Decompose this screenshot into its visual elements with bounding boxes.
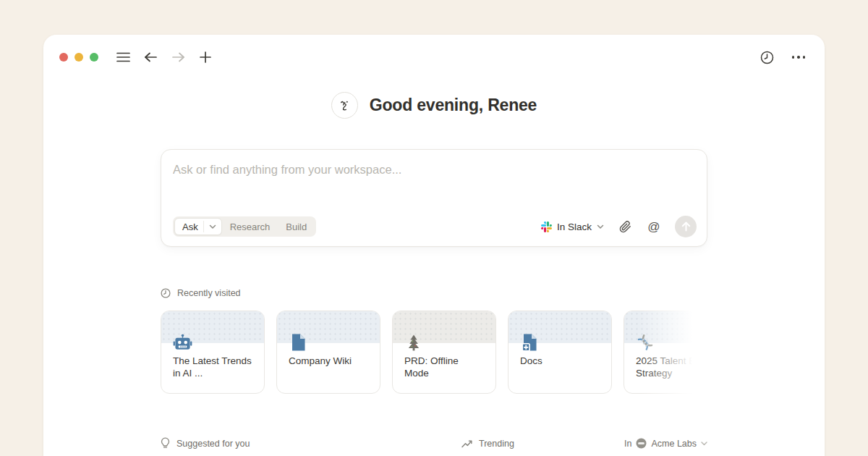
- history-clock-icon[interactable]: [758, 48, 775, 66]
- workspace-logo-icon: [636, 438, 647, 449]
- forward-arrow-icon[interactable]: [169, 48, 187, 66]
- chevron-down-icon: [203, 221, 221, 232]
- mode-build-button[interactable]: Build: [278, 221, 315, 232]
- more-ellipsis-icon[interactable]: [790, 48, 807, 66]
- trending-label: Trending: [479, 439, 514, 449]
- back-arrow-icon[interactable]: [142, 48, 159, 66]
- app-window: Good evening, Renee Ask Research Build: [43, 35, 825, 456]
- clock-icon: [161, 288, 171, 298]
- robot-icon: [172, 332, 192, 352]
- arrow-up-icon: [681, 221, 691, 232]
- card-prd-offline-mode[interactable]: PRD: Offline Mode: [392, 311, 496, 394]
- zoom-window-button[interactable]: [90, 53, 98, 62]
- slack-icon: [541, 221, 552, 232]
- recently-visited-title: Recently visited: [177, 288, 241, 298]
- suggested-for-you-label: Suggested for you: [176, 439, 250, 449]
- send-button[interactable]: [675, 216, 697, 237]
- workspace-filter-prefix: In: [624, 439, 631, 449]
- greeting-text: Good evening, Renee: [370, 96, 537, 115]
- scope-selector[interactable]: In Slack: [541, 221, 604, 232]
- close-window-button[interactable]: [59, 53, 68, 62]
- ask-search-box: Ask Research Build: [161, 149, 707, 247]
- trending-header: Trending: [461, 439, 514, 449]
- chevron-down-icon: [597, 224, 604, 229]
- page-icon: [288, 332, 308, 352]
- card-company-wiki[interactable]: Company Wiki: [276, 311, 380, 394]
- mode-switcher: Ask Research Build: [173, 216, 316, 237]
- recently-visited-header: Recently visited: [161, 288, 707, 298]
- page-plus-icon: [519, 332, 540, 352]
- chevron-down-icon: [701, 442, 707, 446]
- search-input[interactable]: [173, 160, 697, 211]
- trending-up-icon: [461, 439, 472, 448]
- workspace-filter[interactable]: In Acme Labs: [624, 438, 707, 449]
- tree-icon: [404, 332, 424, 352]
- notion-ai-face-icon: [331, 92, 358, 119]
- lightbulb-icon: [161, 437, 170, 449]
- suggested-for-you-header: Suggested for you: [161, 437, 461, 449]
- recently-visited-carousel: The Latest Trends in AI ... Company Wiki: [161, 311, 707, 394]
- minimize-window-button[interactable]: [75, 53, 83, 62]
- scope-label: In Slack: [557, 221, 592, 232]
- window-controls: [59, 53, 98, 62]
- title-bar: [43, 35, 825, 65]
- paperclip-icon[interactable]: [617, 219, 633, 235]
- greeting-header: Good evening, Renee: [161, 92, 707, 119]
- card-docs[interactable]: Docs: [508, 311, 612, 394]
- workspace-filter-label: Acme Labs: [651, 439, 697, 449]
- menu-icon[interactable]: [114, 48, 132, 66]
- mode-research-button[interactable]: Research: [222, 221, 278, 232]
- card-latest-trends-in-ai[interactable]: The Latest Trends in AI ...: [161, 311, 265, 394]
- card-2025-talent-brand-strategy[interactable]: 2025 Talent Brand Strategy: [624, 311, 707, 394]
- mode-ask-button[interactable]: Ask: [174, 218, 222, 235]
- at-mention-icon[interactable]: @: [646, 219, 662, 235]
- plus-icon[interactable]: [197, 48, 214, 66]
